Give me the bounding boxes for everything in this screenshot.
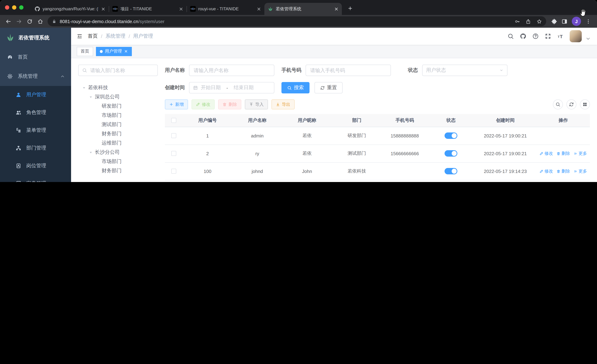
browser-tab[interactable]: 若依管理系统 xyxy=(264,3,342,15)
tree-node[interactable]: 财务部门 xyxy=(78,166,158,175)
tree-node[interactable]: 研发部门 xyxy=(78,101,158,111)
status-toggle[interactable] xyxy=(445,132,457,139)
sidebar-item-menu-management[interactable]: 菜单管理 xyxy=(0,121,71,139)
date-range-picker[interactable]: 开始日期 - 结束日期 xyxy=(189,82,274,93)
status-select[interactable]: 用户状态 xyxy=(422,65,507,76)
chrome-menu-dots-icon[interactable] xyxy=(585,18,591,24)
home-button[interactable] xyxy=(35,16,46,27)
app-logo[interactable]: 若依管理系统 xyxy=(0,28,71,47)
tree-node[interactable]: 运维部门 xyxy=(78,139,158,148)
column-settings-button[interactable] xyxy=(580,100,590,109)
forward-button[interactable] xyxy=(14,16,24,27)
row-delete-link[interactable]: 删除 xyxy=(557,150,570,156)
tab-close-icon[interactable] xyxy=(179,7,183,11)
column-header: 用户昵称 xyxy=(282,114,332,127)
window-zoom-button[interactable] xyxy=(19,5,24,10)
tree-node-label: 深圳总公司 xyxy=(95,94,120,100)
row-more-link[interactable]: 更多 xyxy=(573,168,587,174)
browser-tab[interactable]: <t>项目 - TITANIDE xyxy=(109,3,187,15)
tree-node[interactable]: 深圳总公司 xyxy=(78,92,158,101)
search-button[interactable]: 搜索 xyxy=(282,82,309,93)
tree-node[interactable]: 测试部门 xyxy=(78,120,158,129)
tree-node-label: 研发部门 xyxy=(102,103,122,109)
tree-node[interactable]: 市场部门 xyxy=(78,157,158,166)
row-checkbox[interactable] xyxy=(171,169,176,174)
github-icon[interactable] xyxy=(520,33,526,39)
row-edit-link[interactable]: 修改 xyxy=(539,168,553,174)
tag-home[interactable]: 首页 xyxy=(77,47,93,56)
phone-input[interactable] xyxy=(306,65,391,76)
reload-button[interactable] xyxy=(24,16,35,27)
select-all-checkbox[interactable] xyxy=(171,118,176,123)
sidebar-item-system-management[interactable]: 系统管理 xyxy=(0,67,71,86)
row-delete-link[interactable]: 删除 xyxy=(557,168,570,174)
tab-close-icon[interactable] xyxy=(101,7,106,11)
address-bar[interactable]: 8081-rouyi-vue-demo.cloud.titanide.cn/sy… xyxy=(48,16,546,26)
row-edit-link[interactable]: 修改 xyxy=(539,150,553,156)
export-button[interactable]: 导出 xyxy=(272,100,295,109)
password-key-icon[interactable] xyxy=(515,19,520,24)
browser-tab[interactable]: <t>rouyi-vue - TITANIDE xyxy=(187,3,264,15)
sidebar-item-home[interactable]: 首页 xyxy=(0,47,71,67)
refresh-table-button[interactable] xyxy=(566,100,576,109)
tree-node[interactable]: 市场部门 xyxy=(78,111,158,120)
reset-button[interactable]: 重置 xyxy=(314,82,343,93)
status-toggle[interactable] xyxy=(445,150,457,157)
window-close-button[interactable] xyxy=(5,5,9,10)
tab-title: 项目 - TITANIDE xyxy=(120,6,176,12)
side-panel-icon[interactable] xyxy=(561,18,567,24)
username-input[interactable] xyxy=(189,65,274,76)
new-tab-button[interactable] xyxy=(346,4,355,13)
header-search-icon[interactable] xyxy=(507,33,514,39)
browser-window: yangzongzhuan/RuoYi-Vue: (R...<t>项目 - TI… xyxy=(0,0,597,182)
row-checkbox[interactable] xyxy=(171,133,176,138)
sidebar-item-dept-management[interactable]: 部门管理 xyxy=(0,139,71,157)
tab-close-icon[interactable] xyxy=(257,7,261,11)
edit-button[interactable]: 修改 xyxy=(192,100,215,109)
row-checkbox[interactable] xyxy=(171,151,176,156)
tab-title: yangzongzhuan/RuoYi-Vue: (R... xyxy=(43,6,98,11)
chevron-down-icon xyxy=(499,68,503,72)
status-toggle[interactable] xyxy=(445,168,457,174)
phone-label: 手机号码 xyxy=(282,67,306,74)
department-tree: 若依科技深圳总公司研发部门市场部门测试部门财务部门运维部门长沙分公司市场部门财务… xyxy=(78,83,158,175)
url-path: /system/user xyxy=(138,19,164,24)
row-more-link[interactable]: 更多 xyxy=(573,150,587,156)
tree-node[interactable]: 长沙分公司 xyxy=(78,148,158,157)
tag-close-icon[interactable] xyxy=(124,49,128,53)
user-dept: 若依科技 xyxy=(347,168,366,174)
sidebar-item-label: 菜单管理 xyxy=(26,127,46,133)
browser-profile-avatar[interactable]: J xyxy=(572,17,581,26)
browser-tab[interactable]: yangzongzhuan/RuoYi-Vue: (R... xyxy=(31,3,109,15)
help-question-icon[interactable] xyxy=(532,33,539,39)
window-minimize-button[interactable] xyxy=(12,5,16,10)
delete-button[interactable]: 删除 xyxy=(218,100,241,109)
department-panel: 若依科技深圳总公司研发部门市场部门测试部门财务部门运维部门长沙分公司市场部门财务… xyxy=(78,65,158,182)
search-icon xyxy=(287,85,292,90)
font-size-icon[interactable] xyxy=(557,33,564,39)
extensions-puzzle-icon[interactable] xyxy=(551,18,557,24)
breadcrumb-home[interactable]: 首页 xyxy=(88,33,98,39)
user-avatar[interactable] xyxy=(570,30,582,42)
back-button[interactable] xyxy=(3,16,14,27)
tree-node-label: 测试部门 xyxy=(102,121,122,128)
sidebar-collapse-icon[interactable] xyxy=(77,33,82,39)
sidebar-item-post-management[interactable]: 岗位管理 xyxy=(0,157,71,175)
bookmark-star-icon[interactable] xyxy=(537,19,542,24)
sidebar-item-role-management[interactable]: 角色管理 xyxy=(0,104,71,121)
tree-node[interactable]: 若依科技 xyxy=(78,83,158,92)
share-icon[interactable] xyxy=(526,19,531,24)
sidebar-item-dict-management[interactable]: 字典管理 xyxy=(0,175,71,182)
window-controls xyxy=(5,5,24,10)
tag-user-management[interactable]: 用户管理 xyxy=(96,47,132,56)
department-search-input[interactable] xyxy=(90,67,154,74)
sidebar-item-user-management[interactable]: 用户管理 xyxy=(0,86,71,104)
import-button[interactable]: 导入 xyxy=(245,100,268,109)
tree-node[interactable]: 财务部门 xyxy=(78,129,158,139)
tree-node-label: 若依科技 xyxy=(88,85,108,91)
avatar-caret-down-icon[interactable] xyxy=(585,36,591,42)
toggle-search-button[interactable] xyxy=(553,100,563,109)
add-button[interactable]: 新增 xyxy=(165,100,188,109)
tab-close-icon[interactable] xyxy=(334,7,339,11)
fullscreen-icon[interactable] xyxy=(545,33,551,39)
